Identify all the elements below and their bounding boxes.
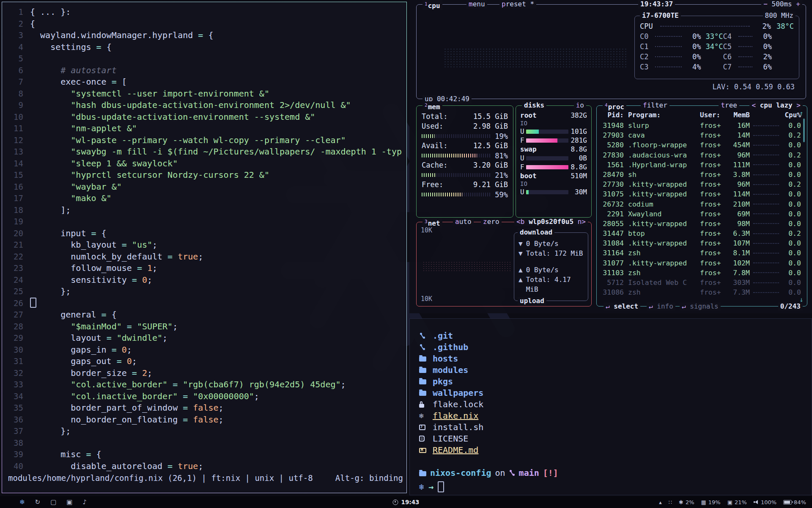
mem-box: 2mem Total:15.5 GiBUsed:2.98 GiB19%Avail…	[416, 105, 513, 218]
file-item: modules	[419, 364, 483, 375]
taskbar-clock[interactable]: 19:43	[393, 499, 420, 505]
cpu-core-row: C00%33°C	[640, 31, 723, 41]
md-icon	[419, 448, 426, 453]
disk-icon: ▣	[727, 499, 732, 505]
process-row[interactable]: 2291Xwaylandfros+69M0.0	[601, 209, 801, 219]
preset-button[interactable]: preset *	[499, 0, 536, 8]
load-average: LAV: 0.54 0.59 0.63	[713, 83, 795, 91]
git-branch-name: main	[519, 468, 539, 478]
file-item: .git	[419, 330, 483, 341]
file-item: hosts	[419, 353, 483, 364]
lock-icon	[419, 404, 424, 408]
mem-box-title: 2mem	[422, 101, 442, 111]
code-line: 13"swaybg -m fill -i $(find ~/Pictures/w…	[2, 146, 406, 158]
process-row[interactable]: 28470shfros+3.8M0.0	[601, 170, 801, 179]
code-line: 38	[2, 437, 406, 449]
process-row[interactable]: 31164zshfros+8.1M0.0	[601, 248, 801, 258]
folder-icon	[419, 368, 426, 373]
update-interval-control[interactable]: − 500ms +	[761, 0, 802, 8]
process-row[interactable]: 5712Isolated Web Cfros+303M0.0	[601, 278, 801, 287]
process-row[interactable]: 31084.kitty-wrappedfros+107M0.0	[601, 238, 801, 248]
scroll-up-icon[interactable]: ↑	[799, 109, 804, 117]
process-row[interactable]: 5280.floorp-wrappefros+454M0.0	[601, 140, 801, 150]
net-auto-button[interactable]: auto	[453, 218, 474, 226]
process-row[interactable]: 26732codiumfros+210M0.0	[601, 199, 801, 209]
net-interface-selector[interactable]: <b wlp0s20f0u5 n>	[514, 218, 588, 226]
code-line: 25};	[2, 286, 406, 298]
process-row[interactable]: 28055.kitty-wrappedfros+98M0.0	[601, 219, 801, 229]
proc-scrollbar-thumb[interactable]	[803, 119, 805, 142]
filter-button[interactable]: filter	[641, 101, 669, 110]
editor-statusline: modules/home/hyprland/config.nix (26,1) …	[2, 473, 406, 483]
code-line: 20input = {	[2, 228, 406, 240]
io-mode-button[interactable]: io	[574, 101, 586, 110]
file-name: flake.nix	[433, 411, 478, 421]
process-row[interactable]: 31075.kitty-wrappedfros+114M0.0	[601, 189, 801, 199]
terminal-launcher-icon[interactable]: ▢	[50, 498, 56, 506]
file-name: .git	[433, 331, 453, 341]
cpu-core-row: C34%	[640, 62, 723, 72]
code-line: 18];	[2, 204, 406, 216]
signals-action[interactable]: ↵ signals	[680, 302, 721, 311]
code-line: 32border_size = 2;	[2, 367, 406, 379]
terminal-window[interactable]: .git.githubhostsmodulespkgswallpapersfla…	[409, 318, 812, 495]
select-action[interactable]: ↵ select	[604, 302, 640, 311]
music-icon[interactable]: ♪	[83, 498, 87, 506]
code-line: 28"$mainMod" = "SUPER";	[2, 321, 406, 333]
process-row[interactable]: 31086zshfros+7.3M0.0	[601, 287, 801, 297]
code-line: 12"wl-paste --primary --watch wl-copy --…	[2, 135, 406, 146]
tray-expand-icon[interactable]: ▴	[659, 499, 662, 505]
code-line: 8"systemctl --user import-environment &"	[2, 88, 406, 100]
process-row[interactable]: 27830.audacious-wrafros+96M0.2	[601, 150, 801, 160]
download-label: download	[518, 228, 554, 237]
updates-icon[interactable]: ↻	[35, 498, 41, 506]
memory-module[interactable]: ▦19%	[701, 499, 721, 505]
nix-shell-icon: ❄	[419, 482, 424, 492]
taskbar-tray: ▴ ∷ ✱2% ▦19% ▣21% 100% 84%	[659, 499, 812, 505]
process-row[interactable]: 1561.Hyprland-wrapfros+111M0.0	[601, 160, 801, 170]
sort-column-selector[interactable]: < cpu lazy >	[749, 101, 803, 110]
code-area[interactable]: 1{ ... }:2{3wayland.windowManager.hyprla…	[2, 6, 406, 472]
info-action[interactable]: ↵ info	[647, 302, 675, 311]
git-branch-icon	[509, 469, 515, 476]
taskbar-launcher-icons: ❄ ↻ ▢ ▣ ♪	[0, 498, 87, 506]
disk-entry: boot510M	[520, 171, 587, 180]
folder-icon	[419, 391, 426, 396]
cpu-core-row: C62%	[723, 52, 794, 62]
net-zero-button[interactable]: zero	[481, 218, 502, 226]
disk-module[interactable]: ▣21%	[727, 499, 747, 505]
process-row[interactable]: 31948slurpfros+16M0.0	[601, 121, 801, 130]
process-row[interactable]: 31103zshfros+7.8M0.0	[601, 268, 801, 278]
editor-window[interactable]: 1{ ... }:2{3wayland.windowManager.hyprla…	[2, 2, 407, 493]
disk-io-label: IO	[520, 180, 587, 188]
cpu-model-label: i7-6700TE	[640, 11, 681, 20]
process-row[interactable]: 27903cavafros+14M0.2	[601, 130, 801, 140]
code-line: 4settings = {	[2, 41, 406, 53]
process-row[interactable]: 31077.kitty-wrappedfros+102M0.0	[601, 258, 801, 268]
shell-prompt-input-line[interactable]: ❄ →	[419, 481, 444, 492]
nixos-menu-icon[interactable]: ❄	[19, 498, 25, 506]
battery-module[interactable]: 84%	[783, 499, 806, 505]
process-table[interactable]: 31948slurpfros+16M0.027903cavafros+14M0.…	[597, 120, 807, 297]
volume-module[interactable]: 100%	[754, 499, 776, 505]
file-item: LICENSE	[419, 433, 483, 444]
cpu-frequency: 800 MHz	[763, 11, 796, 20]
process-row[interactable]: 31447btopfros+6.3M0.2	[601, 229, 801, 238]
tray-dots-icon[interactable]: ∷	[669, 499, 672, 505]
net-speed-row: ▼0 Byte/s	[518, 239, 584, 248]
apps-icon[interactable]: ▣	[66, 498, 72, 506]
menu-button[interactable]: menu	[466, 0, 487, 8]
process-row[interactable]: 27730.kitty-wrappedfros+96M0.2	[601, 179, 801, 189]
memory-icon: ▦	[701, 499, 706, 505]
code-line: 10"dbus-update-activation-environment --…	[2, 111, 406, 123]
cpu-module[interactable]: ✱2%	[679, 499, 694, 505]
tree-toggle-button[interactable]: tree	[719, 101, 739, 110]
code-line: 37};	[2, 425, 406, 437]
taskbar: ❄ ↻ ▢ ▣ ♪ 19:43 ▴ ∷ ✱2% ▦19% ▣21% 100% 8…	[0, 496, 812, 508]
shell-icon	[419, 425, 425, 430]
net-scale-bottom: 10K	[421, 295, 432, 303]
disk-entry: root382G	[520, 111, 587, 120]
statusline-file-info: modules/home/hyprland/config.nix (26,1) …	[8, 473, 313, 483]
file-item: wallpapers	[419, 387, 483, 398]
file-item: .github	[419, 341, 483, 353]
